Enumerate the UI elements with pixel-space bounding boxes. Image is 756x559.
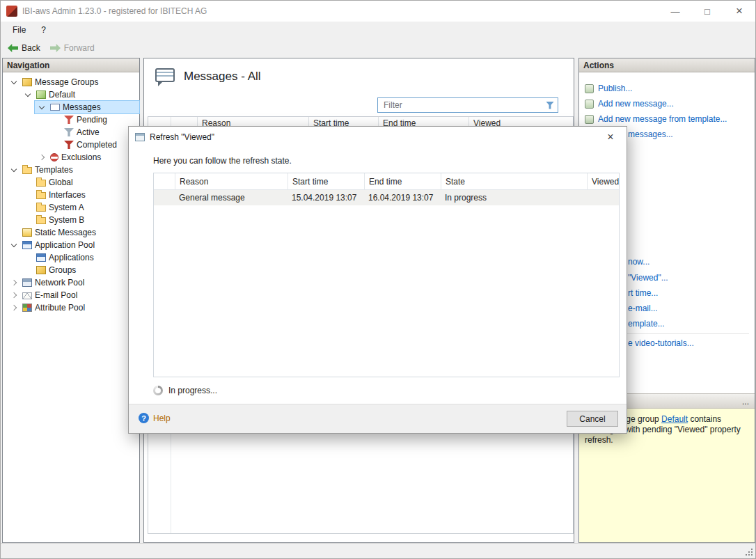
tree-item-templates[interactable]: Templates — [3, 164, 139, 176]
action-viewed-obscured[interactable]: "Viewed"... — [628, 273, 668, 283]
column-header-state[interactable]: State — [441, 173, 587, 189]
tree-item-messages[interactable]: Messages — [3, 101, 139, 113]
maximize-button[interactable]: □ — [691, 1, 723, 22]
pending-filter-icon — [64, 116, 74, 124]
column-header-icon[interactable] — [154, 173, 175, 189]
resize-grip[interactable] — [744, 547, 753, 556]
cell-reason: General message — [175, 193, 288, 203]
action-publish[interactable]: Publish... — [585, 84, 632, 93]
filter-input[interactable] — [384, 100, 546, 110]
tree-item-attribute-pool[interactable]: Attribute Pool — [3, 301, 139, 314]
tree-item-interfaces[interactable]: Interfaces — [3, 189, 139, 201]
minimize-button[interactable]: — — [659, 1, 691, 22]
action-video-tutorials-obscured[interactable]: e video-tutorials... — [628, 338, 694, 348]
filter-funnel-icon[interactable] — [546, 102, 554, 109]
titlebar: IBI-aws Admin 1.23.0 - registered for IB… — [1, 1, 755, 22]
action-label: e video-tutorials... — [628, 338, 694, 348]
add-from-template-icon — [585, 115, 594, 124]
tree-item-pending[interactable]: Pending — [3, 113, 139, 126]
tree-item-default[interactable]: Default — [3, 88, 139, 101]
completed-filter-icon — [64, 141, 74, 149]
folder-icon — [36, 205, 46, 212]
expander-icon[interactable] — [36, 106, 47, 109]
messages-icon — [50, 104, 60, 111]
exclusions-icon — [50, 153, 58, 162]
cell-end-time: 16.04.2019 13:07 — [364, 193, 441, 203]
tree-item-static-messages[interactable]: Static Messages — [3, 226, 139, 239]
app-icon — [6, 6, 17, 17]
applications-icon — [36, 253, 46, 262]
folder-icon — [36, 180, 46, 187]
table-row[interactable]: General message 15.04.2019 13:07 16.04.2… — [154, 190, 619, 205]
tree-item-completed[interactable]: Completed — [3, 139, 139, 151]
expander-icon[interactable] — [36, 155, 47, 159]
action-template-obscured[interactable]: emplate... — [628, 319, 665, 329]
static-messages-icon — [22, 228, 32, 237]
tree-item-label: Messages — [63, 102, 101, 112]
tree-item-application-pool[interactable]: Application Pool — [3, 239, 139, 251]
back-button[interactable]: Back — [8, 43, 40, 53]
back-label: Back — [22, 43, 40, 53]
folder-icon — [36, 192, 46, 199]
page-title: Messages - All — [184, 70, 261, 84]
tree-item-system-a[interactable]: System A — [3, 201, 139, 214]
action-label: messages... — [628, 129, 673, 139]
tree-item-applications[interactable]: Applications — [3, 251, 139, 264]
action-label: Add new message... — [598, 99, 674, 109]
network-pool-icon — [22, 278, 32, 287]
action-label: now... — [628, 257, 649, 267]
close-button[interactable]: × — [723, 1, 755, 22]
default-group-link[interactable]: Default — [661, 414, 688, 424]
expander-icon[interactable] — [8, 244, 19, 246]
column-header-reason[interactable]: Reason — [175, 173, 288, 189]
application-pool-icon — [22, 241, 32, 249]
tree-item-label: Default — [49, 90, 75, 100]
expander-icon[interactable] — [8, 168, 19, 171]
tree-item-email-pool[interactable]: E-mail Pool — [3, 289, 139, 301]
expander-icon[interactable] — [22, 93, 33, 96]
menu-file[interactable]: File — [5, 23, 33, 37]
email-pool-icon — [22, 292, 32, 299]
message-group-icon — [36, 90, 46, 99]
statusbar — [1, 543, 755, 558]
action-messages-obscured[interactable]: messages... — [628, 129, 673, 139]
action-add-new-message[interactable]: Add new message... — [585, 99, 674, 109]
menu-help[interactable]: ? — [33, 23, 54, 37]
expander-icon[interactable] — [8, 293, 19, 297]
action-add-message-from-template[interactable]: Add new message from template... — [585, 114, 727, 124]
tree-item-label: Static Messages — [35, 228, 96, 237]
tree-item-network-pool[interactable]: Network Pool — [3, 276, 139, 289]
dialog-title: Refresh "Viewed" — [150, 132, 214, 142]
help-link[interactable]: ? Help — [139, 413, 171, 423]
dialog-close-icon[interactable]: × — [595, 127, 626, 147]
tree-item-label: Templates — [35, 165, 73, 175]
menubar: File ? — [1, 22, 755, 38]
action-label: emplate... — [628, 319, 665, 329]
forward-button[interactable]: Forward — [50, 43, 95, 53]
action-start-time-obscured[interactable]: rt time... — [628, 288, 658, 298]
expander-icon[interactable] — [8, 281, 19, 285]
tree-item-message-groups[interactable]: Message Groups — [3, 76, 139, 88]
tree-item-system-b[interactable]: System B — [3, 214, 139, 226]
refresh-state-table: Reason Start time End time State Viewed … — [153, 173, 620, 377]
action-now-obscured[interactable]: now... — [628, 257, 649, 267]
tree-item-groups[interactable]: Groups — [3, 264, 139, 276]
tree-item-global[interactable]: Global — [3, 176, 139, 189]
expander-icon[interactable] — [8, 81, 19, 84]
cancel-button[interactable]: Cancel — [567, 411, 618, 427]
expander-icon[interactable] — [8, 306, 19, 310]
active-filter-icon — [64, 128, 74, 136]
help-label: Help — [153, 414, 171, 423]
tree-item-active[interactable]: Active — [3, 126, 139, 139]
cell-state: In progress — [441, 193, 587, 203]
filter-box — [377, 97, 558, 113]
action-email-obscured[interactable]: e-mail... — [628, 304, 658, 313]
column-header-viewed[interactable]: Viewed — [587, 173, 619, 189]
tree-item-exclusions[interactable]: Exclusions — [3, 151, 139, 164]
tree-item-label: Applications — [49, 253, 94, 262]
column-header-start-time[interactable]: Start time — [288, 173, 364, 189]
navigation-header: Navigation — [3, 58, 139, 72]
column-header-end-time[interactable]: End time — [364, 173, 441, 189]
action-label: "Viewed"... — [628, 273, 668, 283]
tree-item-label: Attribute Pool — [35, 303, 85, 313]
